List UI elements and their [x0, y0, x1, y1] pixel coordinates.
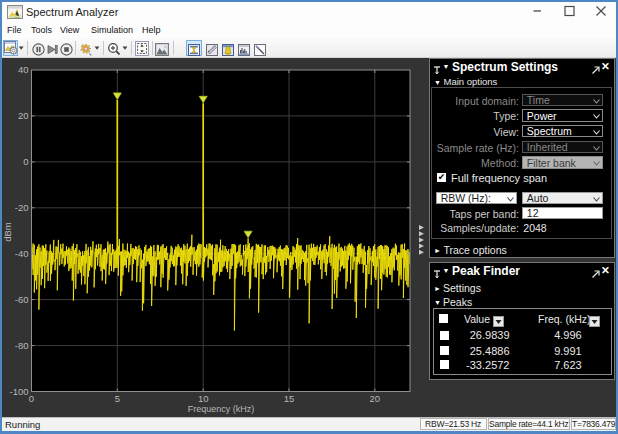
svg-text:10: 10	[198, 393, 209, 404]
svg-text:40: 40	[18, 64, 29, 75]
svg-text:-40: -40	[15, 248, 29, 259]
svg-text:0: 0	[29, 393, 34, 404]
svg-text:15: 15	[284, 393, 295, 404]
svg-text:20: 20	[370, 393, 381, 404]
svg-text:-20: -20	[15, 202, 29, 213]
svg-text:5: 5	[115, 393, 120, 404]
svg-text:20: 20	[18, 110, 29, 121]
svg-text:dBm: dBm	[2, 222, 13, 242]
svg-text:-80: -80	[15, 340, 29, 351]
svg-text:-60: -60	[15, 294, 29, 305]
svg-text:Frequency (kHz): Frequency (kHz)	[188, 404, 255, 414]
svg-text:0: 0	[23, 156, 28, 167]
svg-text:-100: -100	[9, 386, 28, 397]
